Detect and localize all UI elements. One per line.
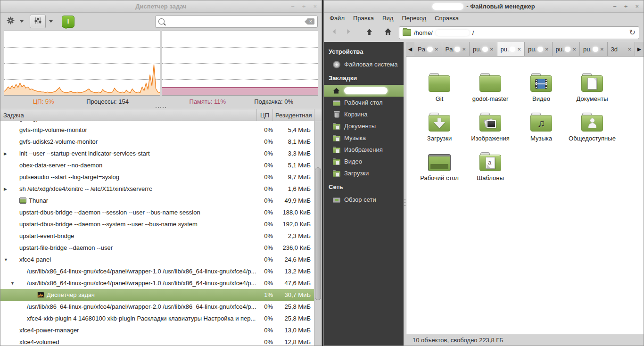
table-row[interactable]: upstart-file-bridge --daemon --user 0% 2… [0, 242, 322, 254]
table-row[interactable]: ▼ /usr/lib/x86_64-linux-gnu/xfce4/panel/… [0, 277, 322, 289]
blurred-home-label [344, 87, 388, 94]
file-view[interactable]: Git godot-master Видео Документы [406, 57, 644, 334]
tabs-scroll-left-icon[interactable]: ◀ [406, 42, 414, 56]
table-row[interactable]: Thunar 0% 49,9 МиБ [0, 195, 322, 206]
table-row[interactable]: ▶ init --user --startup-event indicator-… [0, 148, 322, 159]
table-row[interactable]: Диспетчер задач 1% 30,7 МиБ [0, 289, 322, 301]
column-header-resident[interactable]: Резидентная [273, 109, 314, 121]
close-button[interactable]: × [635, 3, 639, 10]
tab-close-icon[interactable]: × [543, 46, 549, 53]
folder-icon [479, 115, 501, 132]
table-row[interactable]: ▼ xfce4-panel 0% 24,6 МиБ [0, 254, 322, 265]
file-manager-titlebar[interactable]: - Файловый менеджер − + × [324, 0, 644, 13]
process-name: init --user --startup-event indicator-se… [19, 150, 150, 157]
tab[interactable]: pu... × [553, 42, 580, 56]
table-row[interactable]: upstart-event-bridge 0% 2,3 МиБ [0, 230, 322, 242]
menu-item[interactable]: Правка [349, 15, 378, 22]
menu-item[interactable]: Справка [430, 15, 463, 22]
tab-close-icon[interactable]: × [460, 46, 466, 53]
table-row[interactable]: gvfs-udisks2-volume-monitor 0% 8,1 МиБ [0, 136, 322, 148]
filter-dropdown-arrow-icon[interactable] [49, 20, 53, 23]
tab[interactable]: Pa... × [442, 42, 470, 56]
tree-expander-icon[interactable]: ▼ [4, 257, 8, 262]
clear-search-icon[interactable]: × [307, 18, 314, 25]
path-bar[interactable]: /home/ / ↻ [399, 26, 639, 39]
minimize-button[interactable]: − [613, 3, 617, 10]
file-item[interactable]: Шаблоны [465, 146, 516, 185]
file-item[interactable]: Общедоступные [567, 106, 618, 146]
search-input[interactable] [167, 17, 304, 25]
sidebar-item[interactable]: Видео [324, 156, 404, 167]
process-name: sh /etc/xdg/xfce4/xinitrc -- /etc/X11/xi… [19, 185, 152, 192]
tab[interactable]: pu... × [580, 42, 608, 56]
settings-button[interactable] [4, 16, 17, 28]
tab-close-icon[interactable]: × [488, 46, 494, 53]
sidebar-item[interactable]: Документы [324, 120, 404, 132]
table-row[interactable]: xfce4-xkb-plugin 4 14680100 xkb-plugin Р… [0, 313, 322, 324]
file-item[interactable]: Музыка [516, 106, 567, 146]
minimize-button[interactable]: − [291, 3, 295, 10]
tab[interactable]: pu... × [470, 42, 497, 56]
table-row[interactable]: gvfs-mtp-volume-monitor 0% 5,4 МиБ [0, 124, 322, 136]
tab-close-icon[interactable]: × [598, 46, 604, 53]
about-button[interactable]: i [62, 16, 74, 28]
maximize-button[interactable]: + [624, 3, 628, 10]
close-button[interactable]: × [313, 3, 317, 10]
forward-button[interactable] [342, 27, 355, 38]
sidebar-item[interactable]: Файловая система [324, 58, 404, 70]
file-item[interactable]: Изображения [465, 106, 516, 146]
table-scrollbar[interactable] [314, 121, 322, 346]
table-row[interactable]: upstart-dbus-bridge --daemon --system --… [0, 218, 322, 230]
sidebar-item[interactable]: Музыка [324, 132, 404, 144]
table-row[interactable]: xfce4-power-manager 0% 13,0 МиБ [0, 324, 322, 336]
tree-expander-icon[interactable]: ▶ [4, 151, 7, 156]
table-scrollbar-thumb[interactable] [315, 167, 321, 300]
filter-button[interactable] [30, 15, 46, 28]
up-button[interactable] [363, 27, 375, 38]
tab[interactable]: pu... × [497, 42, 525, 56]
column-header-task[interactable]: Задача [0, 109, 257, 121]
table-row[interactable]: upstart-dbus-bridge --daemon --session -… [0, 206, 322, 218]
tabs-scroll-right-icon[interactable]: ▶ [635, 42, 644, 56]
file-item[interactable]: Видео [516, 66, 567, 106]
sidebar-item[interactable]: Изображения [324, 144, 404, 156]
home-button[interactable] [382, 27, 394, 38]
back-button[interactable] [328, 27, 340, 38]
tab[interactable]: 3d × [608, 42, 636, 56]
column-header-cpu[interactable]: ЦП [257, 109, 273, 121]
sidebar-item[interactable]: Корзина [324, 108, 404, 120]
sidebar-item[interactable]: Рабочий стол [324, 97, 404, 108]
table-row[interactable]: obex-data-server --no-daemon 0% 5,1 МиБ [0, 159, 322, 171]
tab-close-icon[interactable]: × [433, 46, 438, 53]
task-manager-titlebar[interactable]: Диспетчер задач − + × [0, 0, 322, 13]
sidebar-resize-handle[interactable] [404, 42, 406, 346]
tree-expander-icon[interactable]: ▶ [4, 186, 7, 191]
tab[interactable]: Pa... × [414, 42, 442, 56]
table-row[interactable]: /usr/lib/x86_64-linux-gnu/xfce4/panel/wr… [0, 301, 322, 313]
tab[interactable]: pu... × [525, 42, 553, 56]
sidebar-item[interactable]: Загрузки [324, 167, 404, 179]
pane-splitter-handle[interactable] [0, 106, 322, 109]
sidebar-item[interactable] [324, 85, 404, 97]
maximize-button[interactable]: + [302, 3, 306, 10]
menu-item[interactable]: Вид [378, 15, 398, 22]
table-row[interactable]: /usr/lib/x86_64-linux-gnu/xfce4/panel/wr… [0, 265, 322, 277]
table-row[interactable]: ▶ sh /etc/xdg/xfce4/xinitrc -- /etc/X11/… [0, 183, 322, 195]
file-item[interactable]: Git [414, 66, 465, 106]
file-item[interactable]: godot-master [465, 66, 516, 106]
file-item[interactable]: Документы [567, 66, 618, 106]
menu-item[interactable]: Файл [325, 15, 349, 22]
sidebar-item[interactable]: Обзор сети [324, 194, 404, 206]
reload-icon[interactable]: ↻ [629, 29, 636, 36]
tree-expander-icon[interactable]: ▼ [10, 280, 15, 285]
table-row[interactable]: pulseaudio --start --log-target=syslog 0… [0, 171, 322, 183]
tab-close-icon[interactable]: × [515, 46, 521, 53]
file-item[interactable]: Загрузки [414, 106, 465, 146]
menu-item[interactable]: Переход [397, 15, 430, 22]
tab-close-icon[interactable]: × [570, 46, 576, 53]
tab-close-icon[interactable]: × [626, 46, 631, 53]
process-name: gvfs-gphoto2-volume-monitor [19, 121, 99, 122]
table-row[interactable]: xfce4-volumed 0% 12,8 МиБ [0, 336, 322, 346]
file-item[interactable]: Рабочий стол [414, 146, 465, 185]
settings-dropdown-arrow-icon[interactable] [20, 20, 24, 23]
